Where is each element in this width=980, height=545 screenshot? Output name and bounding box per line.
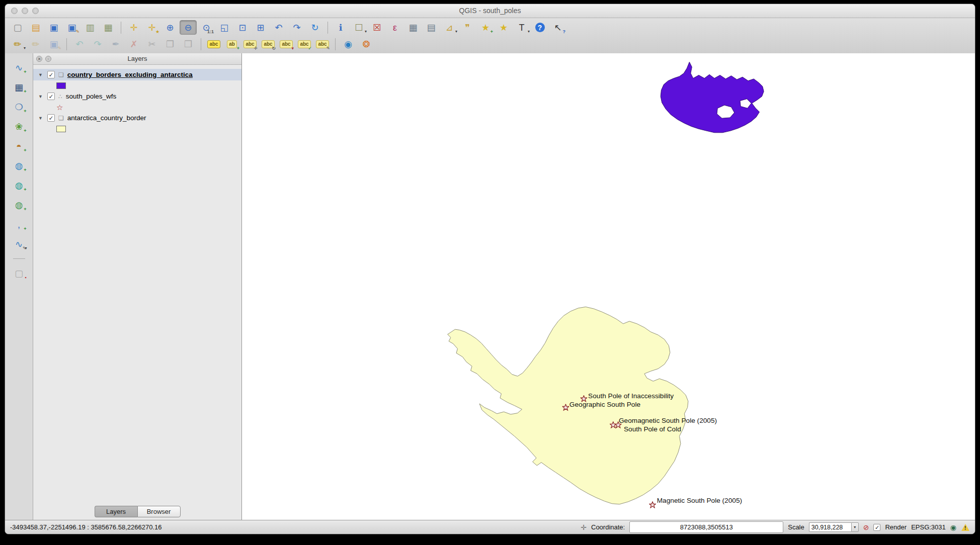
save-layer-edits-button[interactable]: ▣✎	[45, 37, 62, 51]
field-calculator-button[interactable]: ▤	[423, 20, 440, 35]
composer-manager-button[interactable]: ▦	[100, 20, 117, 35]
title-bar[interactable]: QGIS - south_poles	[5, 4, 975, 18]
show-bookmarks-button[interactable]: ★	[495, 20, 512, 35]
map-canvas[interactable]: South Pole of InaccessibilityGeographic …	[242, 53, 975, 520]
save-project-button[interactable]: ▣	[45, 20, 62, 35]
new-bookmark-button[interactable]: ★+	[477, 20, 494, 35]
add-mssql-layer-button[interactable]: ◓+	[11, 139, 28, 153]
new-print-composer-button[interactable]: ▥	[81, 20, 99, 35]
layer-item-country_borders_excluding_antarctica[interactable]: ▼✓❏country_borders_excluding_antarctica	[33, 69, 241, 80]
layer-item-antarctica_country_border[interactable]: ▼✓❏antarctica_country_border	[33, 112, 241, 124]
layer-label[interactable]: country_borders_excluding_antarctica	[67, 71, 193, 78]
mouse-position-icon[interactable]: ✛	[581, 524, 587, 531]
new-project-button[interactable]: ▢	[9, 20, 26, 35]
deselect-features-button[interactable]: ☒	[368, 20, 385, 35]
layer-label[interactable]: south_poles_wfs	[66, 93, 117, 100]
labeling-options-button[interactable]: abc	[205, 37, 222, 51]
render-checkbox[interactable]: ✓	[873, 524, 880, 531]
open-attribute-table-button[interactable]: ▦	[404, 20, 422, 35]
plugin-layers-button[interactable]: ❂	[358, 37, 375, 51]
zoom-in-button[interactable]: ⊕	[161, 20, 179, 35]
layer-swatch-row	[33, 80, 241, 90]
measure-dropdown-arrow-icon[interactable]: ▾	[455, 30, 457, 34]
measure-button[interactable]: ⊿▾	[441, 20, 458, 35]
add-wfs-layer-button[interactable]: ◍+	[11, 198, 28, 212]
toggle-editing-button[interactable]: ✏	[27, 37, 44, 51]
coordinate-input[interactable]	[629, 521, 783, 533]
delete-selected-button[interactable]: ✗	[125, 37, 142, 51]
tab-browser[interactable]: Browser	[137, 506, 181, 517]
zoom-to-layer-button[interactable]: ⊞	[252, 20, 269, 35]
undo-button[interactable]: ↶	[71, 37, 88, 51]
zoom-next-button[interactable]: ↷	[288, 20, 305, 35]
paste-features-button[interactable]: ❒	[180, 37, 197, 51]
messages-warning-icon[interactable]	[961, 523, 970, 531]
label-show-hide-button[interactable]: abc✓	[296, 37, 313, 51]
copy-features-button[interactable]: ❐	[161, 37, 179, 51]
zoom-window-button[interactable]	[32, 8, 39, 14]
current-edits-button[interactable]: ✏▾	[9, 37, 26, 51]
minimize-button[interactable]	[22, 8, 28, 14]
cut-features-button[interactable]: ✂	[143, 37, 160, 51]
crs-label[interactable]: EPSG:3031	[911, 523, 946, 531]
disclosure-triangle-icon[interactable]: ▼	[38, 116, 44, 121]
tab-layers[interactable]: Layers	[95, 506, 137, 517]
add-spatialite-layer-button[interactable]: ❀+	[11, 119, 28, 134]
add-raster-layer-button[interactable]: ▦+	[11, 80, 28, 95]
add-wms-layer-button[interactable]: ◍+	[11, 158, 28, 173]
label-rotate-button[interactable]: abc↻	[260, 37, 277, 51]
zoom-native-button[interactable]: ⊙1:1	[198, 20, 215, 35]
refresh-map-button[interactable]: ↻	[306, 20, 323, 35]
zoom-last-button[interactable]: ↶	[270, 20, 287, 35]
toggle-editing-icon: ✏	[32, 40, 39, 49]
add-delimited-text-layer-button[interactable]: ,+	[11, 217, 28, 232]
help-button[interactable]: ?	[531, 20, 548, 35]
pan-to-selection-button[interactable]: ✛★	[143, 20, 160, 35]
label-add-button[interactable]: ab+	[223, 37, 240, 51]
close-button[interactable]	[11, 8, 18, 14]
pan-map-button[interactable]: ✛	[125, 20, 142, 35]
panel-detach-icon[interactable]: ◦	[45, 56, 51, 62]
label-pin-button[interactable]: abc▾	[278, 37, 295, 51]
remove-layer-button[interactable]: ▢▪	[11, 266, 28, 281]
disclosure-triangle-icon[interactable]: ▼	[38, 72, 44, 77]
layer-label[interactable]: antarctica_country_border	[67, 114, 146, 122]
select-features-dropdown-arrow-icon[interactable]: ▾	[365, 30, 367, 34]
label-pin-badge: ▾	[291, 46, 294, 51]
select-features-button[interactable]: ☐▾	[350, 20, 367, 35]
redo-button[interactable]: ↷	[89, 37, 106, 51]
select-by-expression-button[interactable]: ε	[386, 20, 403, 35]
disclosure-triangle-icon[interactable]: ▼	[38, 94, 44, 99]
zoom-out-button[interactable]: ⊖	[180, 20, 197, 35]
label-properties-button[interactable]: abc✎	[314, 37, 331, 51]
identify-features-button[interactable]: ℹ	[332, 20, 349, 35]
web-globe-button[interactable]: ◉	[340, 37, 357, 51]
current-edits-icon: ✏	[14, 40, 21, 49]
zoom-full-button[interactable]: ◱	[216, 20, 233, 35]
new-shapefile-layer-button[interactable]: ∿✎▾	[11, 237, 28, 251]
layer-visibility-checkbox[interactable]: ✓	[47, 93, 55, 100]
label-move-button[interactable]: abc✛	[241, 37, 259, 51]
map-tips-button[interactable]: ❞	[459, 20, 476, 35]
zoom-to-selection-button[interactable]: ⊡	[234, 20, 251, 35]
text-annotation-button[interactable]: T▾	[513, 20, 530, 35]
text-annotation-dropdown-arrow-icon[interactable]: ▾	[528, 30, 530, 34]
crs-status-icon[interactable]: ◉	[950, 524, 956, 531]
save-project-as-button[interactable]: ▣✎	[63, 20, 80, 35]
layer-item-south_poles_wfs[interactable]: ▼✓∴south_poles_wfs	[33, 90, 241, 102]
current-edits-dropdown-arrow-icon[interactable]: ▾	[24, 46, 26, 50]
add-vector-layer-button[interactable]: ∿+	[11, 60, 28, 75]
layer-visibility-checkbox[interactable]: ✓	[47, 71, 55, 78]
scale-dropdown-icon[interactable]: ▼	[851, 522, 859, 532]
open-project-button[interactable]: ▤	[27, 20, 44, 35]
add-postgis-layer-button[interactable]: ❍+	[11, 100, 28, 114]
layer-visibility-checkbox[interactable]: ✓	[47, 114, 55, 122]
add-wcs-layer-button[interactable]: ◍+	[11, 178, 28, 193]
deselect-features-icon: ☒	[373, 23, 381, 32]
scale-value[interactable]: 30,918,228	[809, 522, 851, 532]
whats-this-button[interactable]: ↖?	[549, 20, 566, 35]
new-shapefile-layer-dropdown-arrow-icon[interactable]: ▾	[25, 246, 27, 250]
panel-close-icon[interactable]: ✕	[36, 56, 42, 62]
stop-rendering-icon[interactable]: ⊘	[863, 524, 869, 531]
node-tool-button[interactable]: ✒	[107, 37, 124, 51]
